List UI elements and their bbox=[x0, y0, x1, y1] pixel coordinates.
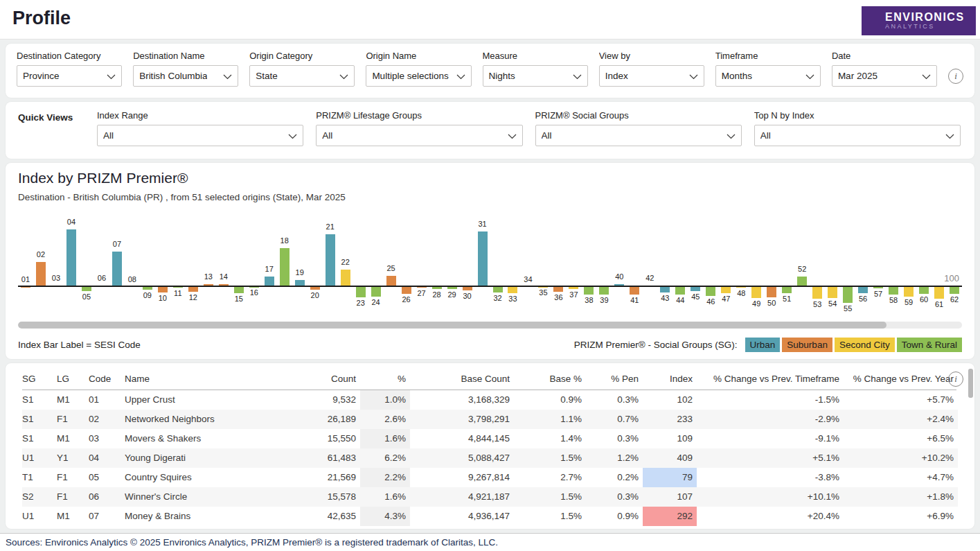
index-bar-49[interactable] bbox=[751, 287, 761, 298]
index-bar-24[interactable] bbox=[371, 287, 381, 297]
cell-chg_timeframe: +5.1% bbox=[697, 448, 844, 468]
table-scrollbar-thumb[interactable] bbox=[968, 369, 973, 398]
column-header-base[interactable]: Base % bbox=[514, 367, 586, 390]
table-row[interactable]: U1Y104Young Digerati61,4836.2%5,088,4271… bbox=[22, 448, 956, 468]
table-row[interactable]: S1F102Networked Neighbors26,1892.6%3,798… bbox=[22, 410, 956, 429]
index-bar-11[interactable] bbox=[173, 287, 183, 288]
column-header-code[interactable]: Code bbox=[89, 367, 125, 390]
column-header-[interactable]: % bbox=[360, 367, 410, 390]
index-bar-44[interactable] bbox=[675, 287, 685, 295]
index-bar-36[interactable] bbox=[553, 287, 563, 292]
index-bar-29[interactable] bbox=[447, 287, 457, 289]
filter-timeframe-dropdown[interactable]: Months bbox=[715, 65, 821, 87]
filter-destination-category-dropdown[interactable]: Province bbox=[17, 65, 122, 87]
column-header-name[interactable]: Name bbox=[125, 367, 284, 390]
index-bar-15[interactable] bbox=[234, 287, 244, 293]
index-bar-21[interactable] bbox=[326, 234, 335, 287]
column-header-base-count[interactable]: Base Count bbox=[410, 367, 514, 390]
bar-slot-20: 20 bbox=[308, 207, 323, 319]
filter-origin-category-dropdown[interactable]: State bbox=[249, 65, 355, 87]
index-bar-20[interactable] bbox=[310, 287, 320, 290]
index-bar-10[interactable] bbox=[158, 287, 168, 292]
index-bar-23[interactable] bbox=[356, 287, 366, 297]
index-bar-57[interactable] bbox=[873, 287, 883, 288]
index-bar-46[interactable] bbox=[706, 287, 715, 296]
quickview-index-range-dropdown[interactable]: All bbox=[97, 125, 303, 146]
table-row[interactable]: S2F106Winner's Circle15,5781.6%4,921,187… bbox=[22, 487, 956, 507]
index-bar-09[interactable] bbox=[143, 287, 152, 290]
index-bar-04[interactable] bbox=[66, 229, 76, 287]
index-bar-39[interactable] bbox=[599, 287, 609, 295]
bar-slot-11: 11 bbox=[170, 207, 186, 319]
index-bar-61[interactable] bbox=[934, 287, 944, 299]
index-bar-59[interactable] bbox=[904, 287, 914, 297]
column-header-change-vs-prev-timeframe[interactable]: % Change vs Prev. Timeframe bbox=[697, 367, 844, 390]
index-bar-51[interactable] bbox=[782, 287, 792, 293]
index-bar-32[interactable] bbox=[493, 287, 503, 292]
chart-horizontal-scrollbar[interactable] bbox=[18, 322, 962, 329]
cell-index: 409 bbox=[643, 448, 697, 468]
legend-chip-suburban[interactable]: Suburban bbox=[782, 338, 832, 352]
index-bar-22[interactable] bbox=[341, 270, 350, 287]
index-bar-31[interactable] bbox=[478, 231, 488, 287]
index-bar-07[interactable] bbox=[112, 252, 122, 288]
bar-label-52: 52 bbox=[798, 265, 806, 273]
legend-chip-second-city[interactable]: Second City bbox=[835, 338, 895, 352]
index-bar-41[interactable] bbox=[630, 287, 639, 295]
filters-info-icon[interactable]: i bbox=[948, 69, 963, 84]
index-bar-54[interactable] bbox=[828, 287, 837, 298]
filter-view-by-dropdown[interactable]: Index bbox=[599, 65, 704, 87]
index-bar-45[interactable] bbox=[691, 287, 700, 291]
index-bar-48[interactable] bbox=[736, 287, 746, 288]
table-info-icon[interactable]: i bbox=[948, 371, 963, 387]
index-bar-12[interactable] bbox=[188, 287, 198, 292]
column-header-pen[interactable]: % Pen bbox=[586, 367, 643, 390]
bar-slot-26: 26 bbox=[399, 207, 414, 319]
filter-destination-name-dropdown[interactable]: British Columbia bbox=[133, 65, 238, 87]
column-header-lg[interactable]: LG bbox=[57, 367, 89, 390]
index-bar-28[interactable] bbox=[432, 287, 442, 289]
index-bar-33[interactable] bbox=[508, 287, 517, 293]
index-bar-43[interactable] bbox=[660, 287, 670, 292]
column-header-change-vs-prev-year[interactable]: % Change vs Prev. Year bbox=[844, 367, 958, 390]
index-bar-30[interactable] bbox=[463, 287, 472, 290]
bar-label-36: 36 bbox=[554, 293, 562, 301]
index-bar-27[interactable] bbox=[417, 287, 427, 288]
index-bar-53[interactable] bbox=[812, 287, 822, 299]
index-bar-56[interactable] bbox=[858, 287, 868, 293]
chart-scrollbar-thumb[interactable] bbox=[18, 322, 887, 329]
legend-chip-urban[interactable]: Urban bbox=[745, 338, 781, 352]
quickview-prizm-social-groups-dropdown[interactable]: All bbox=[535, 125, 742, 146]
index-bar-05[interactable] bbox=[82, 287, 91, 291]
index-bar-26[interactable] bbox=[402, 287, 411, 294]
index-bar-38[interactable] bbox=[584, 287, 594, 295]
table-vertical-scrollbar[interactable] bbox=[968, 369, 973, 528]
cell-name: Networked Neighbors bbox=[125, 410, 284, 429]
bar-label-15: 15 bbox=[235, 295, 243, 303]
quickview-prizm-lifestage-groups-dropdown[interactable]: All bbox=[316, 125, 522, 146]
filter-origin-name-dropdown[interactable]: Multiple selections bbox=[366, 65, 471, 87]
legend-chip-town-rural[interactable]: Town & Rural bbox=[897, 338, 962, 352]
table-row[interactable]: S1M103Movers & Shakers15,5501.6%4,844,14… bbox=[22, 429, 956, 448]
index-bar-60[interactable] bbox=[919, 287, 929, 294]
column-header-index[interactable]: Index bbox=[643, 367, 697, 390]
quickview-top-n-by-index-dropdown[interactable]: All bbox=[754, 125, 961, 146]
index-bar-50[interactable] bbox=[767, 287, 776, 297]
index-bar-55[interactable] bbox=[843, 287, 853, 303]
cell-count: 21,569 bbox=[284, 468, 360, 487]
index-bar-47[interactable] bbox=[721, 287, 731, 293]
dropdown-value: Nights bbox=[489, 71, 515, 81]
column-header-sg[interactable]: SG bbox=[22, 367, 57, 390]
column-header-count[interactable]: Count bbox=[284, 367, 360, 390]
filter-card: Destination CategoryProvinceDestination … bbox=[6, 44, 974, 98]
table-row[interactable]: T1F105Country Squires21,5692.2%9,267,814… bbox=[22, 468, 956, 487]
filter-measure-dropdown[interactable]: Nights bbox=[483, 65, 588, 87]
index-bar-62[interactable] bbox=[950, 287, 959, 294]
index-bar-58[interactable] bbox=[889, 287, 898, 295]
filter-date-dropdown[interactable]: Mar 2025 bbox=[832, 65, 937, 87]
index-bar-18[interactable] bbox=[280, 248, 289, 287]
table-row[interactable]: U1M107Money & Brains42,6354.3%4,936,1471… bbox=[22, 507, 956, 526]
table-row[interactable]: S1M101Upper Crust9,5321.0%3,168,3290.9%0… bbox=[22, 390, 956, 410]
index-bar-37[interactable] bbox=[569, 287, 578, 289]
index-bar-02[interactable] bbox=[36, 262, 46, 287]
